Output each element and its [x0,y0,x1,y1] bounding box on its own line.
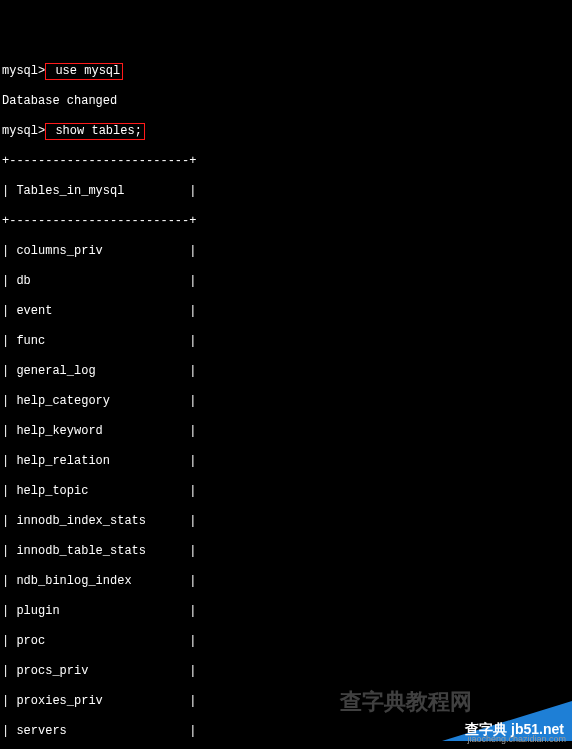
table-border: +-------------------------+ [2,214,572,229]
table-row: | help_relation | [2,454,572,469]
table-row: | innodb_index_stats | [2,514,572,529]
cmd-show-tables: mysql> show tables; [2,124,572,139]
table-row: | proxies_priv | [2,694,572,709]
table-header: | Tables_in_mysql | [2,184,572,199]
table-row: | ndb_binlog_index | [2,574,572,589]
table-row: | func | [2,334,572,349]
highlight-show-tables: show tables; [45,123,145,140]
highlight-use-mysql: use mysql [45,63,123,80]
table-row: | innodb_table_stats | [2,544,572,559]
table-row: | procs_priv | [2,664,572,679]
table-row: | help_topic | [2,484,572,499]
table-row: | proc | [2,634,572,649]
table-row: | general_log | [2,364,572,379]
table-row: | help_keyword | [2,424,572,439]
table-row: | columns_priv | [2,244,572,259]
response-db-changed: Database changed [2,94,572,109]
terminal-screen[interactable]: { "terminal": { "prompt": "mysql>", "com… [0,0,572,749]
table-row: | plugin | [2,604,572,619]
table-row: | event | [2,304,572,319]
cmd-use-mysql: mysql> use mysql [2,64,572,79]
table-row: | db | [2,274,572,289]
table-row: | servers | [2,724,572,739]
table-border: +-------------------------+ [2,154,572,169]
table-row: | help_category | [2,394,572,409]
